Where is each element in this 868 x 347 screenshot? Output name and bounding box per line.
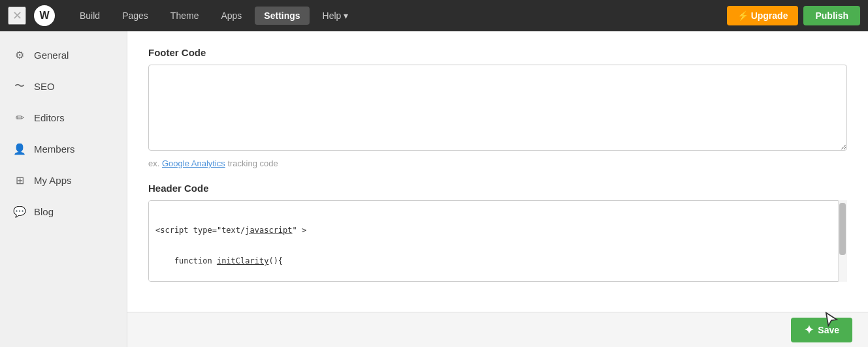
person-icon: 👤 [13, 142, 26, 155]
sidebar-label-general: General [34, 50, 69, 61]
sidebar-item-editors[interactable]: ✏ Editors [0, 102, 127, 133]
logo-icon: W [34, 5, 55, 26]
scrollbar-track [838, 200, 847, 282]
nav-pages[interactable]: Pages [113, 7, 157, 25]
header-code-container: <script type="text/javascript" > functio… [148, 200, 847, 282]
nav-actions: ⚡ Upgrade Publish [727, 6, 860, 25]
nav-settings[interactable]: Settings [255, 7, 309, 25]
close-button[interactable]: ✕ [8, 7, 26, 25]
sidebar-label-blog: Blog [34, 206, 54, 217]
footer-code-hint: ex. Google Analytics tracking code [148, 158, 847, 168]
nav-theme[interactable]: Theme [161, 7, 208, 25]
sidebar-label-editors: Editors [34, 112, 65, 123]
nav-apps[interactable]: Apps [212, 7, 251, 25]
chat-icon: 💬 [13, 205, 26, 218]
code-line-2: function initClarity(){ [155, 255, 840, 267]
publish-button[interactable]: Publish [803, 6, 860, 25]
content-wrapper: Footer Code ex. Google Analytics trackin… [127, 31, 868, 347]
footer-code-section: Footer Code ex. Google Analytics trackin… [148, 47, 847, 168]
footer-code-textarea[interactable] [148, 65, 847, 151]
sidebar-item-seo[interactable]: 〜 SEO [0, 70, 127, 102]
top-navigation: ✕ W Build Pages Theme Apps Settings Help… [0, 0, 868, 31]
save-icon: ✦ [804, 323, 814, 337]
scrollbar-thumb[interactable] [839, 203, 846, 255]
main-content: Footer Code ex. Google Analytics trackin… [127, 31, 868, 312]
chart-icon: 〜 [13, 80, 26, 93]
sidebar-label-myapps: My Apps [34, 175, 72, 186]
header-code-label: Header Code [148, 183, 847, 194]
pencil-icon: ✏ [13, 111, 26, 124]
sidebar-item-members[interactable]: 👤 Members [0, 133, 127, 164]
save-bar: ✦ Save [127, 312, 868, 347]
upgrade-button[interactable]: ⚡ Upgrade [727, 6, 799, 25]
save-button[interactable]: ✦ Save [791, 318, 852, 342]
header-code-section: Header Code <script type="text/javascrip… [148, 183, 847, 282]
sidebar-item-general[interactable]: ⚙ General [0, 39, 127, 70]
sidebar-item-blog[interactable]: 💬 Blog [0, 196, 127, 227]
app-logo: W [34, 5, 55, 26]
gear-icon: ⚙ [13, 48, 26, 61]
code-line-1: <script type="text/javascript" > [155, 224, 840, 237]
footer-code-label: Footer Code [148, 47, 847, 58]
sidebar-label-seo: SEO [34, 81, 55, 92]
sidebar-label-members: Members [34, 143, 75, 155]
nav-help[interactable]: Help ▾ [313, 7, 358, 25]
sidebar-item-myapps[interactable]: ⊞ My Apps [0, 164, 127, 196]
nav-build[interactable]: Build [71, 7, 109, 25]
google-analytics-link[interactable]: Google Analytics [162, 158, 225, 168]
sidebar: ⚙ General 〜 SEO ✏ Editors 👤 Members ⊞ My… [0, 31, 127, 347]
main-layout: ⚙ General 〜 SEO ✏ Editors 👤 Members ⊞ My… [0, 31, 868, 347]
nav-links: Build Pages Theme Apps Settings Help ▾ [71, 7, 727, 25]
header-code-display[interactable]: <script type="text/javascript" > functio… [148, 200, 847, 282]
apps-icon: ⊞ [13, 174, 26, 187]
